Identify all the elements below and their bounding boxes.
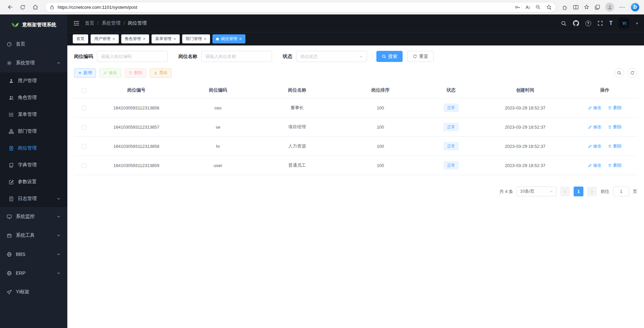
tab-menu-management[interactable]: 菜单管理 × [151,34,180,43]
browser-profile-avatar[interactable] [605,3,614,11]
row-checkbox[interactable] [82,144,87,149]
tab-post-management[interactable]: 岗位管理 × [212,34,245,43]
table-row: 1641030593112313856 ceo 董事长 100 正常 2023-… [74,98,637,118]
edit-button[interactable]: 修改 [99,68,121,78]
status-select[interactable]: 岗位状态 [296,51,367,62]
goto-page-input[interactable] [613,187,629,196]
post-name-input[interactable] [205,54,268,59]
sidebar-item-system-management[interactable]: 系统管理 [0,54,67,72]
tab-role-management[interactable]: 角色管理 × [121,34,149,43]
next-page-button[interactable]: › [587,187,597,196]
row-delete-link[interactable]: 删除 [608,105,621,111]
add-favorite-star-icon[interactable] [546,4,552,10]
cell-post-name: 人力资源 [258,137,337,156]
cell-post-id: 1641030593112313856 [94,98,178,118]
close-icon[interactable]: × [204,37,207,41]
github-link-button[interactable] [573,20,579,26]
bing-copilot-icon[interactable]: b [630,2,640,12]
row-delete-link[interactable]: 删除 [608,163,621,168]
reset-button[interactable]: 重置 [407,51,434,62]
page-content: 岗位编码 岗位名称 状态 岗位状态 搜索 [67,45,644,328]
post-code-input-wrap [97,51,168,62]
close-icon[interactable]: × [173,37,176,41]
favorites-star-icon[interactable] [584,4,589,10]
split-screen-icon[interactable] [573,4,579,10]
export-button[interactable]: 导出 [150,68,172,78]
col-post-sort: 岗位排序 [337,83,424,98]
font-size-button[interactable]: T [609,20,613,26]
breadcrumb-system[interactable]: 系统管理 [102,20,121,26]
delete-button[interactable]: 删除 [125,68,146,78]
sidebar-item-home[interactable]: 首页 [0,35,67,54]
address-bar[interactable]: https://ccnetcore.com:1101/system/post A… [45,2,556,12]
row-checkbox[interactable] [82,125,87,130]
zoom-icon[interactable] [535,4,541,10]
user-avatar[interactable]: Yi [619,18,630,29]
sidebar-item-bbs[interactable]: BBS [0,245,67,264]
header-search-button[interactable] [561,21,567,26]
avatar-caret-icon[interactable]: ▾ [636,21,638,26]
breadcrumb-home[interactable]: 首页 [85,20,94,26]
site-info-lock-icon[interactable] [49,5,55,10]
extensions-puzzle-icon[interactable] [562,4,568,10]
fullscreen-button[interactable] [598,21,603,26]
sidebar-item-system-tools[interactable]: 系统工具 [0,226,67,245]
navbar-actions: ? T Yi ▾ [561,18,638,29]
sidebar-item-menu-management[interactable]: 菜单管理 [0,106,67,123]
url-text[interactable]: https://ccnetcore.com:1101/system/post [58,5,515,10]
cell-post-sort: 100 [337,137,424,156]
cell-post-sort: 100 [337,98,424,118]
cell-post-code: se [178,118,258,137]
close-icon[interactable]: × [239,37,242,41]
sidebar-item-log-management[interactable]: 日志管理 [0,190,67,207]
app-logo[interactable]: 意框架管理系统 [0,14,67,35]
help-button[interactable]: ? [585,21,591,26]
row-edit-link[interactable]: 修改 [588,163,602,168]
cell-created: 2023-03-29 18:52:37 [478,118,572,137]
trash-icon [608,164,612,167]
sidebar-item-yi-framework[interactable]: Yi框架 [0,283,67,301]
collections-icon[interactable] [595,4,600,10]
chevron-down-icon [57,215,61,219]
tab-user-management[interactable]: 用户管理 × [91,34,119,43]
row-delete-link[interactable]: 删除 [608,143,621,149]
prev-page-button[interactable]: ‹ [560,187,570,196]
read-aloud-icon[interactable]: A) [526,5,530,10]
browser-home-button[interactable] [30,1,41,13]
page-size-select[interactable]: 10条/页 [517,187,556,196]
browser-back-button[interactable] [4,1,15,13]
browser-refresh-button[interactable] [17,1,28,13]
sidebar-item-dept-management[interactable]: 部门管理 [0,123,67,140]
sidebar-item-dict-management[interactable]: 字典管理 [0,157,67,173]
row-delete-link[interactable]: 删除 [608,124,621,130]
sidebar-item-parameter-settings[interactable]: 参数设置 [0,173,67,190]
tab-home[interactable]: 首页 [73,34,88,43]
row-checkbox[interactable] [82,163,87,168]
toggle-search-button[interactable] [614,68,624,78]
browser-menu-button[interactable]: ⋯ [619,4,625,11]
password-key-icon[interactable] [515,4,520,10]
close-icon[interactable]: × [143,37,146,41]
row-edit-link[interactable]: 修改 [588,143,602,149]
page-number-button[interactable]: 1 [574,187,583,196]
chevron-down-icon [57,271,61,275]
sidebar-item-post-management[interactable]: 岗位管理 [0,140,67,157]
row-edit-link[interactable]: 修改 [588,105,602,111]
sidebar-item-role-management[interactable]: 角色管理 [0,89,67,106]
sidebar-item-user-management[interactable]: 用户管理 [0,72,67,89]
row-edit-link[interactable]: 修改 [588,124,602,130]
sidebar-collapse-button[interactable] [73,21,79,26]
add-button[interactable]: 新增 [74,68,96,78]
search-button[interactable]: 搜索 [376,51,403,62]
refresh-icon [20,4,26,10]
row-checkbox[interactable] [82,106,87,110]
post-code-input[interactable] [101,54,164,59]
sidebar-item-erp[interactable]: ERP [0,264,67,283]
close-icon[interactable]: × [112,37,115,41]
sidebar-item-system-monitor[interactable]: 系统监控 [0,207,67,226]
cell-post-sort: 100 [337,118,424,137]
refresh-table-button[interactable] [628,68,637,78]
select-all-checkbox[interactable] [82,88,87,93]
tab-dept-management[interactable]: 部门管理 × [182,34,210,43]
top-navbar: 首页 / 系统管理 / 岗位管理 ? T Yi ▾ [67,14,644,32]
